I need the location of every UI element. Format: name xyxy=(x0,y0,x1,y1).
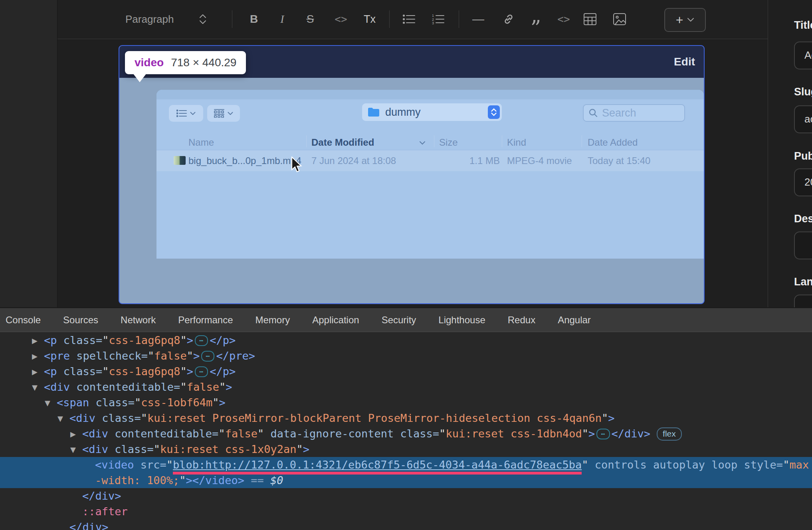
column-header-size[interactable]: Size xyxy=(439,137,458,148)
folder-path-label: dummy xyxy=(385,106,421,119)
devtools-tree-row[interactable]: ▼<div class="kui:reset ProseMirror-block… xyxy=(0,410,812,426)
tab-performance[interactable]: Performance xyxy=(178,314,233,326)
bold-button[interactable]: B xyxy=(244,7,263,31)
tab-console[interactable]: Console xyxy=(6,314,41,326)
edit-button[interactable]: Edit xyxy=(674,55,695,68)
finder-window: dummy Search Name Date Modified Size Kin… xyxy=(156,90,704,259)
code-token: max xyxy=(789,459,809,471)
link-button[interactable] xyxy=(498,7,519,31)
expand-arrow-icon[interactable]: ▶ xyxy=(32,348,44,364)
code-token: kui:reset css-1x0y2an xyxy=(160,443,296,455)
paragraph-style-label: Paragraph xyxy=(125,13,174,26)
devtools-tree-row[interactable]: ▼<span class="css-1obf64m"> xyxy=(0,395,812,410)
expand-arrow-icon[interactable]: ▶ xyxy=(70,426,82,442)
path-stepper-control[interactable] xyxy=(488,105,500,119)
tab-application[interactable]: Application xyxy=(312,314,359,326)
collapse-arrow-icon[interactable]: ▼ xyxy=(32,380,44,395)
devtools-tree-row[interactable]: ▶<p class="css-1ag6pq8">⋯</p> xyxy=(0,364,812,379)
blob-url-link[interactable]: blob:http://127.0.0.1:4321/eb6c87f5-6d5c… xyxy=(173,459,582,475)
panel-divider xyxy=(768,0,768,307)
folder-path-dropdown[interactable]: dummy xyxy=(362,103,502,121)
file-size: 1.1 MB xyxy=(434,155,500,166)
add-block-button[interactable]: + xyxy=(664,8,706,32)
group-view-button[interactable] xyxy=(207,105,240,122)
title-input[interactable]: Ac xyxy=(794,42,812,69)
code-token: " xyxy=(187,350,193,362)
devtools-tree-row[interactable]: ::after xyxy=(0,504,812,519)
code-token: <pre xyxy=(44,350,76,362)
table-button[interactable] xyxy=(580,7,600,31)
ordered-list-button[interactable]: 123 xyxy=(428,7,449,31)
code-token: " xyxy=(179,474,186,486)
up-down-chevron-icon xyxy=(198,13,207,25)
devtools-tree-row[interactable]: -width: 100%;"></video> == $0 xyxy=(0,473,812,488)
column-header-date-modified[interactable]: Date Modified xyxy=(311,137,374,148)
video-block[interactable]: Edit dummy Sear xyxy=(119,45,705,304)
column-header-date-added[interactable]: Date Added xyxy=(588,137,638,148)
collapse-arrow-icon[interactable]: ▼ xyxy=(70,442,82,457)
file-kind: MPEG-4 movie xyxy=(507,155,572,166)
description-input[interactable] xyxy=(794,231,812,259)
devtools-tree-row[interactable]: ▶<p class="css-1ag6pq8">⋯</p> xyxy=(0,332,812,348)
image-button[interactable] xyxy=(609,7,630,31)
paragraph-style-select[interactable]: Paragraph xyxy=(125,7,229,31)
bullet-list-button[interactable] xyxy=(399,7,420,31)
clear-formatting-button[interactable]: Tx xyxy=(359,7,380,31)
tab-memory[interactable]: Memory xyxy=(255,314,290,326)
strikethrough-button[interactable]: S xyxy=(301,7,320,31)
blockquote-button[interactable]: ” xyxy=(525,7,546,40)
collapse-arrow-icon[interactable]: ▼ xyxy=(57,411,69,426)
ellipsis-expand-icon[interactable]: ⋯ xyxy=(201,351,214,362)
mouse-cursor-icon xyxy=(291,156,303,173)
code-block-button[interactable]: <> xyxy=(553,7,574,31)
devtools-tree-row[interactable]: ▶<pre spellcheck="false">⋯</pre> xyxy=(0,348,812,364)
column-header-name[interactable]: Name xyxy=(188,137,214,148)
code-token: > xyxy=(303,443,309,455)
code-token: class= xyxy=(63,334,103,346)
italic-button[interactable]: I xyxy=(273,7,292,31)
column-divider xyxy=(582,135,582,147)
slug-input[interactable]: ac xyxy=(794,105,812,133)
tab-lighthouse[interactable]: Lighthouse xyxy=(438,314,485,326)
code-token: " xyxy=(180,381,186,393)
code-token: </div> xyxy=(612,427,651,440)
code-token: > xyxy=(187,365,193,378)
inline-code-button[interactable]: <> xyxy=(331,7,351,31)
code-token: " xyxy=(783,459,789,471)
column-header-kind[interactable]: Kind xyxy=(507,137,526,148)
video-file-thumbnail-icon xyxy=(174,156,186,165)
search-input[interactable]: Search xyxy=(583,104,685,122)
expand-arrow-icon[interactable]: ▶ xyxy=(32,333,44,348)
tab-angular[interactable]: Angular xyxy=(558,314,591,326)
code-token: <div xyxy=(44,381,76,393)
code-token: </p> xyxy=(210,365,236,378)
code-token: <div xyxy=(82,427,115,440)
ellipsis-expand-icon[interactable]: ⋯ xyxy=(195,335,208,346)
tab-redux[interactable]: Redux xyxy=(508,314,535,326)
column-divider xyxy=(502,135,502,147)
expand-arrow-icon[interactable]: ▶ xyxy=(32,364,44,380)
list-view-button[interactable] xyxy=(169,105,203,122)
tab-security[interactable]: Security xyxy=(382,314,416,326)
devtools-tree-row[interactable]: </div> xyxy=(0,519,812,530)
published-input[interactable]: 20 xyxy=(794,168,812,196)
horizontal-rule-button[interactable]: — xyxy=(468,7,489,31)
tab-sources[interactable]: Sources xyxy=(63,314,98,326)
ellipsis-expand-icon[interactable]: ⋯ xyxy=(195,366,208,377)
code-token: > xyxy=(608,412,614,424)
file-row[interactable]: big_buck_b...0p_1mb.mp4 7 Jun 2024 at 18… xyxy=(156,150,704,171)
code-token: <p xyxy=(44,334,63,346)
tab-network[interactable]: Network xyxy=(121,314,156,326)
code-token: " xyxy=(257,427,264,440)
devtools-tree-row[interactable]: </div> xyxy=(0,488,812,504)
collapse-arrow-icon[interactable]: ▼ xyxy=(45,395,57,411)
ellipsis-expand-icon[interactable]: ⋯ xyxy=(596,429,610,439)
devtools-tree-row[interactable]: ▶<div contenteditable="false" data-ignor… xyxy=(0,426,812,441)
code-token: > xyxy=(226,381,232,393)
flex-badge[interactable]: flex xyxy=(657,427,682,441)
devtools-tree-row[interactable]: ▼<div class="kui:reset css-1x0y2an"> xyxy=(0,441,812,457)
code-token: class= xyxy=(102,412,141,424)
code-token: " xyxy=(582,459,588,471)
devtools-tree-row[interactable]: ▼<div contenteditable="false"> xyxy=(0,379,812,395)
devtools-tree-row[interactable]: <video src="blob:http://127.0.0.1:4321/e… xyxy=(0,457,812,473)
